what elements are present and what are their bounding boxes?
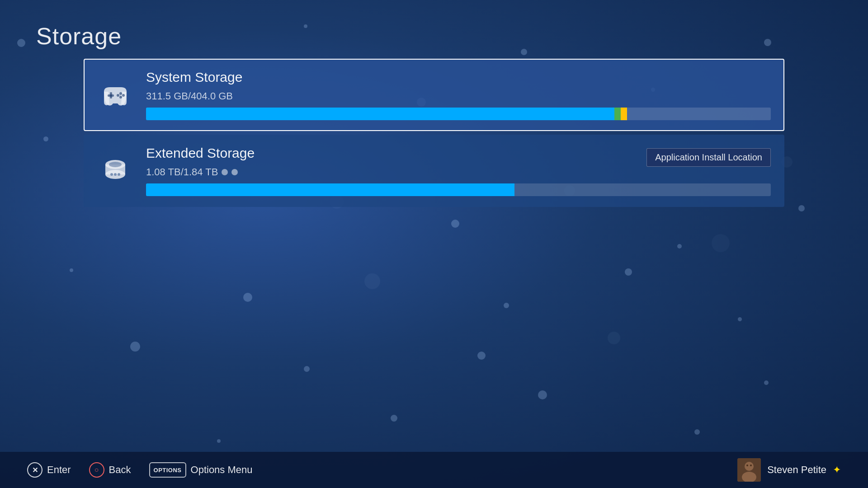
orb <box>243 293 252 302</box>
back-action: ○ Back <box>89 462 131 478</box>
hdd-icon <box>97 156 133 186</box>
svg-point-11 <box>114 173 117 176</box>
system-storage-name: System Storage <box>146 70 771 85</box>
svg-point-14 <box>745 462 754 471</box>
user-info: Steven Petite ✦ <box>737 458 841 482</box>
svg-point-17 <box>750 465 752 466</box>
orb <box>764 380 769 385</box>
orb <box>504 303 509 308</box>
enter-action: ✕ Enter <box>27 462 71 478</box>
svg-rect-1 <box>110 92 112 99</box>
orb <box>304 24 307 28</box>
orb <box>738 317 742 321</box>
svg-point-10 <box>110 173 113 176</box>
system-storage-progress-fill <box>146 108 627 120</box>
system-storage-info: System Storage 311.5 GB/404.0 GB <box>146 70 771 120</box>
svg-point-5 <box>117 94 119 97</box>
user-avatar <box>737 458 761 482</box>
extended-storage-progress-container <box>146 183 771 196</box>
svg-point-3 <box>122 94 125 97</box>
svg-point-4 <box>119 96 122 99</box>
svg-point-16 <box>746 465 748 466</box>
system-storage-capacity: 311.5 GB/404.0 GB <box>146 90 771 102</box>
ps-plus-icon: ✦ <box>833 464 841 476</box>
bottom-bar: ✕ Enter ○ Back OPTIONS Options Menu <box>0 452 868 488</box>
orb <box>521 49 527 55</box>
system-storage-progress-container <box>146 108 771 120</box>
extended-storage-progress-fill <box>146 183 514 196</box>
orb <box>217 439 221 443</box>
options-action: OPTIONS Options Menu <box>149 462 253 478</box>
svg-point-9 <box>109 162 122 167</box>
orb <box>130 342 140 352</box>
storage-list: System Storage 311.5 GB/404.0 GB <box>84 59 784 211</box>
page-title: Storage <box>36 23 122 50</box>
options-button-icon: OPTIONS <box>149 462 186 478</box>
dot-indicator-1 <box>222 169 228 175</box>
x-button-icon: ✕ <box>27 462 42 478</box>
user-name: Steven Petite <box>767 464 826 476</box>
extended-storage-capacity: 1.08 TB/1.84 TB <box>146 166 771 178</box>
orb <box>798 205 805 211</box>
orb <box>391 415 397 422</box>
options-label: Options Menu <box>191 464 253 476</box>
back-label: Back <box>109 464 131 476</box>
segment-green <box>614 108 621 120</box>
extended-storage-item[interactable]: Extended Storage 1.08 TB/1.84 TB Applica… <box>84 135 784 207</box>
o-button-icon: ○ <box>89 462 104 478</box>
user-avatar-inner <box>737 458 761 482</box>
enter-label: Enter <box>47 464 71 476</box>
orb <box>764 39 771 46</box>
orb <box>477 352 486 360</box>
svg-point-2 <box>119 92 122 95</box>
segment-yellow <box>621 108 627 120</box>
orb <box>304 366 310 372</box>
orb <box>364 273 380 289</box>
controller-icon <box>97 83 133 108</box>
system-storage-item[interactable]: System Storage 311.5 GB/404.0 GB <box>84 59 784 131</box>
application-install-location-badge: Application Install Location <box>646 148 771 167</box>
orb <box>677 244 682 249</box>
dot-indicator-2 <box>231 169 238 175</box>
orb <box>70 268 73 272</box>
svg-point-12 <box>118 173 120 176</box>
